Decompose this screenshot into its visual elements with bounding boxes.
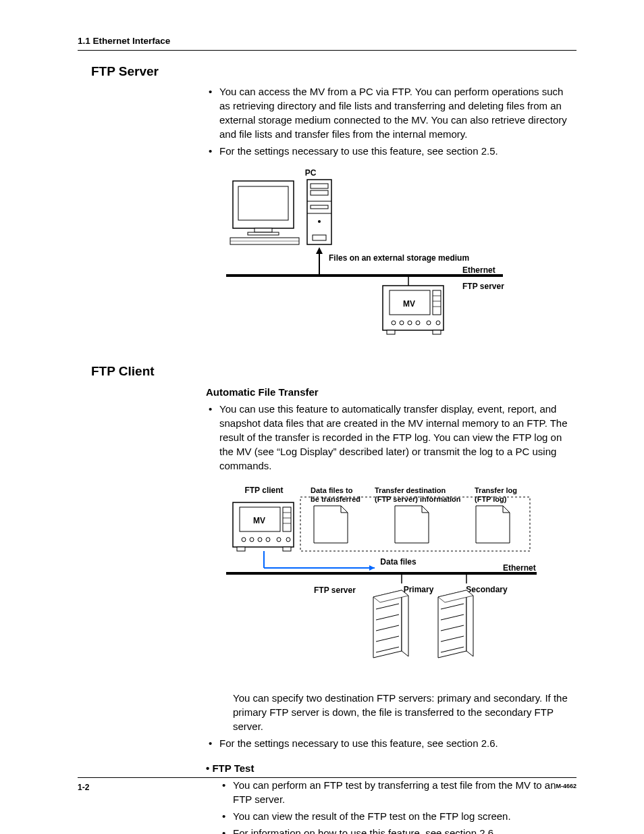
arrow-right-icon [369, 565, 375, 571]
computer-tower-icon [307, 180, 331, 244]
auto-transfer-bullets: You can use this feature to automaticall… [206, 402, 576, 473]
svg-point-27 [427, 321, 431, 325]
svg-point-28 [436, 321, 440, 325]
ftp-server-content: You can access the MV from a PC via FTP.… [206, 84, 576, 346]
svg-point-23 [392, 321, 396, 325]
mv-device-icon: MV [383, 286, 444, 334]
ftp-server-label: FTP server [314, 585, 356, 595]
dest-heading-line1: Transfer destination [375, 486, 446, 494]
svg-rect-10 [311, 205, 328, 209]
ftp-server-role-label: FTP server [462, 282, 504, 291]
log-heading-line2: (FTP log) [475, 495, 507, 503]
svg-point-40 [266, 538, 270, 542]
svg-rect-44 [283, 547, 291, 551]
ethernet-label: Ethernet [503, 563, 536, 573]
log-heading-line1: Transfer log [475, 486, 517, 494]
ftp-server-heading: FTP Server [91, 63, 576, 81]
ftp-client-label: FTP client [244, 486, 283, 495]
svg-rect-7 [311, 184, 328, 188]
svg-point-41 [277, 538, 281, 542]
document-id: M-4662 [556, 782, 576, 793]
list-item: You can use this feature to automaticall… [206, 402, 576, 473]
server-tower-icon [438, 590, 473, 658]
svg-rect-43 [237, 547, 245, 551]
ftp-test-heading: FTP Test [206, 761, 576, 775]
secondary-label: Secondary [466, 585, 508, 594]
svg-rect-30 [433, 330, 441, 334]
list-item: You can access the MV from a PC via FTP.… [206, 84, 576, 141]
datafiles-heading-line2: be transferred [311, 495, 360, 503]
mv-label: MV [403, 299, 415, 309]
svg-rect-19 [433, 290, 441, 315]
two-servers-note: You can specify two destination FTP serv… [233, 691, 576, 733]
svg-point-24 [400, 321, 404, 325]
mv-label: MV [253, 516, 265, 525]
svg-rect-33 [283, 507, 291, 531]
mv-device-icon: MV [233, 502, 294, 551]
page-number: 1-2 [78, 782, 89, 793]
primary-label: Primary [404, 585, 434, 594]
pc-label: PC [305, 168, 317, 178]
settings-bullet-list: For the settings necessary to use this f… [206, 736, 576, 750]
svg-marker-15 [316, 247, 323, 254]
files-label: Files on an external storage medium [329, 253, 469, 263]
document-icon [476, 506, 510, 543]
page-footer: 1-2 M-4662 [78, 777, 576, 793]
svg-rect-2 [254, 228, 272, 232]
list-item: For the settings necessary to use this f… [206, 144, 576, 158]
computer-monitor-icon [230, 181, 299, 244]
document-page: 1.1 Ethernet Interface FTP Server You ca… [0, 0, 644, 834]
svg-point-38 [250, 538, 254, 542]
document-icon [314, 506, 348, 543]
running-header: 1.1 Ethernet Interface [78, 35, 576, 51]
ftp-server-bullets: You can access the MV from a PC via FTP.… [206, 84, 576, 158]
auto-transfer-heading: Automatic File Transfer [206, 385, 576, 399]
svg-rect-3 [248, 232, 279, 235]
server-tower-icon [373, 590, 408, 658]
ftp-server-diagram: PC [206, 167, 576, 346]
svg-point-39 [258, 538, 262, 542]
svg-point-25 [408, 321, 412, 325]
dest-heading-line2: (FTP server) information [375, 495, 461, 503]
svg-rect-8 [311, 190, 328, 195]
ftp-client-content: Automatic File Transfer You can use this… [206, 385, 576, 834]
arrow-up-icon [316, 247, 323, 276]
ftp-client-heading: FTP Client [91, 363, 576, 381]
svg-point-37 [242, 538, 246, 542]
document-icon [395, 506, 429, 543]
svg-rect-29 [387, 330, 395, 334]
list-item: For information on how to use this featu… [219, 826, 576, 834]
ftp-client-diagram: FTP client MV [206, 482, 576, 675]
svg-rect-13 [313, 235, 326, 240]
svg-point-42 [286, 538, 290, 542]
svg-point-26 [416, 321, 420, 325]
data-files-label: Data files [380, 557, 417, 567]
svg-point-12 [318, 220, 321, 223]
list-item: You can view the result of the FTP test … [219, 809, 576, 823]
list-item: For the settings necessary to use this f… [206, 736, 576, 750]
svg-rect-1 [238, 186, 288, 220]
datafiles-heading-line1: Data files to [311, 486, 353, 494]
ethernet-label: Ethernet [462, 265, 495, 275]
